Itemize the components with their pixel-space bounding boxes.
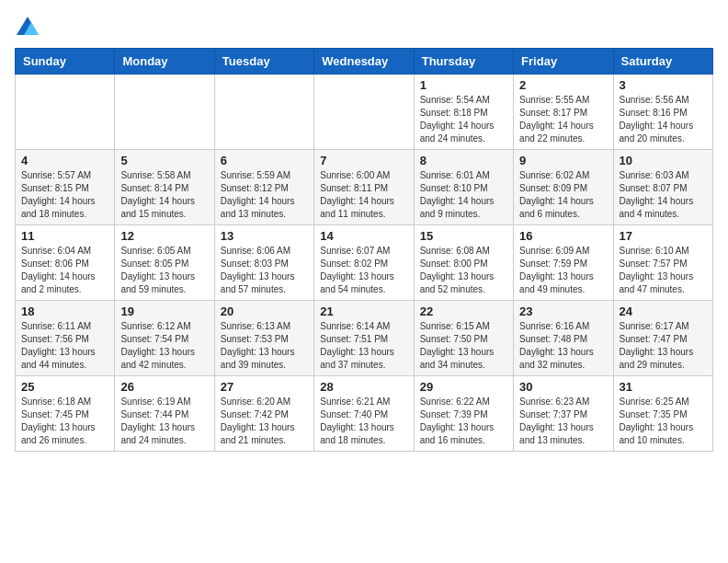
day-info: Sunrise: 6:22 AM Sunset: 7:39 PM Dayligh… <box>420 396 507 447</box>
day-number: 6 <box>221 154 308 167</box>
calendar-cell: 22Sunrise: 6:15 AM Sunset: 7:50 PM Dayli… <box>414 301 513 376</box>
weekday-header-saturday: Saturday <box>613 49 712 75</box>
calendar-week-2: 4Sunrise: 5:57 AM Sunset: 8:15 PM Daylig… <box>16 150 713 225</box>
weekday-header-friday: Friday <box>514 49 613 75</box>
weekday-header-sunday: Sunday <box>16 49 115 75</box>
day-info: Sunrise: 6:02 AM Sunset: 8:09 PM Dayligh… <box>519 169 607 221</box>
calendar-cell: 31Sunrise: 6:25 AM Sunset: 7:35 PM Dayli… <box>613 376 712 452</box>
day-info: Sunrise: 6:03 AM Sunset: 8:07 PM Dayligh… <box>620 169 707 221</box>
day-number: 3 <box>620 78 707 92</box>
day-info: Sunrise: 5:56 AM Sunset: 8:16 PM Dayligh… <box>620 94 707 145</box>
calendar-cell: 8Sunrise: 6:01 AM Sunset: 8:10 PM Daylig… <box>414 150 513 225</box>
calendar-table: SundayMondayTuesdayWednesdayThursdayFrid… <box>15 48 713 452</box>
day-number: 9 <box>519 154 607 167</box>
weekday-header-tuesday: Tuesday <box>214 49 313 75</box>
logo-icon <box>15 15 40 40</box>
day-number: 28 <box>320 380 407 394</box>
day-number: 5 <box>120 154 208 167</box>
day-info: Sunrise: 6:00 AM Sunset: 8:11 PM Dayligh… <box>320 169 407 221</box>
calendar-cell: 14Sunrise: 6:07 AM Sunset: 8:02 PM Dayli… <box>314 225 414 301</box>
calendar-cell: 12Sunrise: 6:05 AM Sunset: 8:05 PM Dayli… <box>115 225 214 301</box>
day-info: Sunrise: 6:15 AM Sunset: 7:50 PM Dayligh… <box>420 320 507 372</box>
day-number: 19 <box>120 304 208 318</box>
calendar-week-4: 18Sunrise: 6:11 AM Sunset: 7:56 PM Dayli… <box>16 301 713 376</box>
calendar-week-3: 11Sunrise: 6:04 AM Sunset: 8:06 PM Dayli… <box>16 225 713 301</box>
calendar-cell: 5Sunrise: 5:58 AM Sunset: 8:14 PM Daylig… <box>115 150 214 225</box>
calendar-cell: 25Sunrise: 6:18 AM Sunset: 7:45 PM Dayli… <box>16 376 115 452</box>
day-number: 24 <box>620 304 707 318</box>
calendar-cell: 3Sunrise: 5:56 AM Sunset: 8:16 PM Daylig… <box>613 75 712 150</box>
calendar-cell: 6Sunrise: 5:59 AM Sunset: 8:12 PM Daylig… <box>214 150 313 225</box>
day-number: 22 <box>420 304 507 318</box>
day-info: Sunrise: 6:04 AM Sunset: 8:06 PM Dayligh… <box>21 245 108 296</box>
day-info: Sunrise: 6:20 AM Sunset: 7:42 PM Dayligh… <box>221 396 308 447</box>
day-info: Sunrise: 6:07 AM Sunset: 8:02 PM Dayligh… <box>320 245 407 296</box>
calendar-header: SundayMondayTuesdayWednesdayThursdayFrid… <box>16 49 713 75</box>
logo <box>15 15 44 40</box>
day-info: Sunrise: 6:01 AM Sunset: 8:10 PM Dayligh… <box>420 169 507 221</box>
day-number: 14 <box>320 229 407 243</box>
day-number: 30 <box>519 380 607 394</box>
calendar-cell: 4Sunrise: 5:57 AM Sunset: 8:15 PM Daylig… <box>16 150 115 225</box>
calendar-cell: 11Sunrise: 6:04 AM Sunset: 8:06 PM Dayli… <box>16 225 115 301</box>
day-number: 16 <box>519 229 607 243</box>
day-info: Sunrise: 6:08 AM Sunset: 8:00 PM Dayligh… <box>420 245 507 296</box>
day-info: Sunrise: 6:10 AM Sunset: 7:57 PM Dayligh… <box>620 245 707 296</box>
calendar-cell: 1Sunrise: 5:54 AM Sunset: 8:18 PM Daylig… <box>414 75 513 150</box>
day-info: Sunrise: 6:13 AM Sunset: 7:53 PM Dayligh… <box>221 320 308 372</box>
day-number: 18 <box>21 304 108 318</box>
day-info: Sunrise: 6:06 AM Sunset: 8:03 PM Dayligh… <box>221 245 308 296</box>
day-info: Sunrise: 6:19 AM Sunset: 7:44 PM Dayligh… <box>120 396 208 447</box>
day-info: Sunrise: 6:05 AM Sunset: 8:05 PM Dayligh… <box>120 245 208 296</box>
day-number: 11 <box>21 229 108 243</box>
day-info: Sunrise: 5:57 AM Sunset: 8:15 PM Dayligh… <box>21 169 108 221</box>
day-number: 27 <box>221 380 308 394</box>
page-header <box>15 15 713 40</box>
calendar-cell: 26Sunrise: 6:19 AM Sunset: 7:44 PM Dayli… <box>115 376 214 452</box>
day-info: Sunrise: 6:16 AM Sunset: 7:48 PM Dayligh… <box>519 320 607 372</box>
day-number: 13 <box>221 229 308 243</box>
day-info: Sunrise: 6:21 AM Sunset: 7:40 PM Dayligh… <box>320 396 407 447</box>
calendar-cell: 9Sunrise: 6:02 AM Sunset: 8:09 PM Daylig… <box>514 150 613 225</box>
day-number: 26 <box>120 380 208 394</box>
calendar-cell: 15Sunrise: 6:08 AM Sunset: 8:00 PM Dayli… <box>414 225 513 301</box>
calendar-cell: 17Sunrise: 6:10 AM Sunset: 7:57 PM Dayli… <box>613 225 712 301</box>
calendar-cell: 10Sunrise: 6:03 AM Sunset: 8:07 PM Dayli… <box>613 150 712 225</box>
calendar-cell: 23Sunrise: 6:16 AM Sunset: 7:48 PM Dayli… <box>514 301 613 376</box>
weekday-header-monday: Monday <box>115 49 214 75</box>
day-info: Sunrise: 5:59 AM Sunset: 8:12 PM Dayligh… <box>221 169 308 221</box>
calendar-cell: 20Sunrise: 6:13 AM Sunset: 7:53 PM Dayli… <box>214 301 313 376</box>
calendar-cell <box>214 75 313 150</box>
calendar-cell: 13Sunrise: 6:06 AM Sunset: 8:03 PM Dayli… <box>214 225 313 301</box>
day-number: 21 <box>320 304 407 318</box>
day-number: 1 <box>420 78 507 92</box>
day-number: 20 <box>221 304 308 318</box>
calendar-cell: 21Sunrise: 6:14 AM Sunset: 7:51 PM Dayli… <box>314 301 414 376</box>
calendar-cell: 28Sunrise: 6:21 AM Sunset: 7:40 PM Dayli… <box>314 376 414 452</box>
calendar-cell: 24Sunrise: 6:17 AM Sunset: 7:47 PM Dayli… <box>613 301 712 376</box>
weekday-header-thursday: Thursday <box>414 49 513 75</box>
day-number: 2 <box>519 78 607 92</box>
calendar-cell: 16Sunrise: 6:09 AM Sunset: 7:59 PM Dayli… <box>514 225 613 301</box>
day-info: Sunrise: 6:23 AM Sunset: 7:37 PM Dayligh… <box>519 396 607 447</box>
day-info: Sunrise: 6:14 AM Sunset: 7:51 PM Dayligh… <box>320 320 407 372</box>
day-info: Sunrise: 6:18 AM Sunset: 7:45 PM Dayligh… <box>21 396 108 447</box>
calendar-cell: 30Sunrise: 6:23 AM Sunset: 7:37 PM Dayli… <box>514 376 613 452</box>
day-info: Sunrise: 6:11 AM Sunset: 7:56 PM Dayligh… <box>21 320 108 372</box>
calendar-cell <box>115 75 214 150</box>
calendar-week-1: 1Sunrise: 5:54 AM Sunset: 8:18 PM Daylig… <box>16 75 713 150</box>
calendar-week-5: 25Sunrise: 6:18 AM Sunset: 7:45 PM Dayli… <box>16 376 713 452</box>
calendar-body: 1Sunrise: 5:54 AM Sunset: 8:18 PM Daylig… <box>16 75 713 452</box>
weekday-header-row: SundayMondayTuesdayWednesdayThursdayFrid… <box>16 49 713 75</box>
day-info: Sunrise: 5:58 AM Sunset: 8:14 PM Dayligh… <box>120 169 208 221</box>
day-number: 15 <box>420 229 507 243</box>
day-number: 10 <box>620 154 707 167</box>
calendar-cell: 7Sunrise: 6:00 AM Sunset: 8:11 PM Daylig… <box>314 150 414 225</box>
day-info: Sunrise: 5:54 AM Sunset: 8:18 PM Dayligh… <box>420 94 507 145</box>
calendar-cell <box>314 75 414 150</box>
day-number: 31 <box>620 380 707 394</box>
weekday-header-wednesday: Wednesday <box>314 49 414 75</box>
day-number: 12 <box>120 229 208 243</box>
calendar-cell <box>16 75 115 150</box>
day-info: Sunrise: 6:25 AM Sunset: 7:35 PM Dayligh… <box>620 396 707 447</box>
